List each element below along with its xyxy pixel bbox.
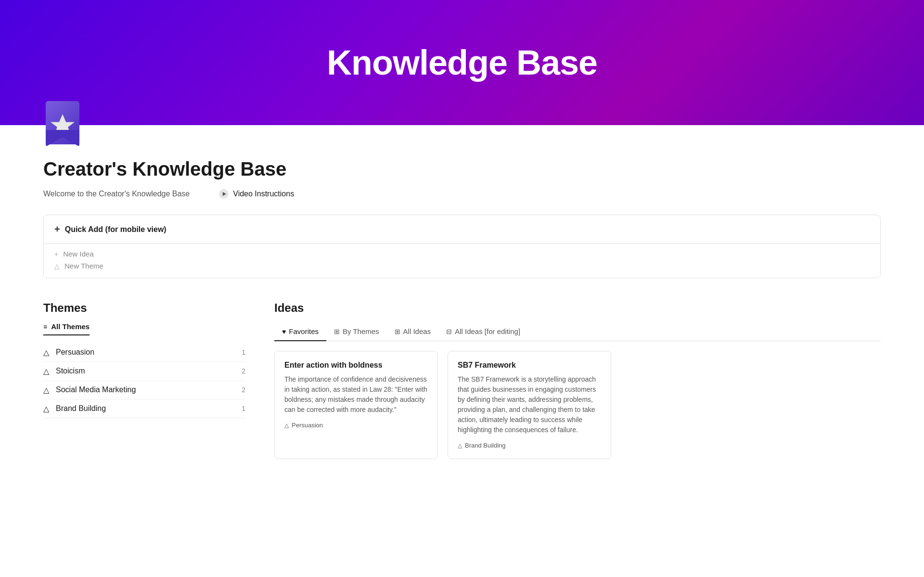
theme-item-brand-building[interactable]: △ Brand Building 1 bbox=[43, 399, 245, 418]
quick-add-header[interactable]: + Quick Add (for mobile view) bbox=[44, 215, 880, 244]
idea-card-tag-1: △ Brand Building bbox=[458, 442, 601, 449]
tab-favorites[interactable]: ♥ Favorites bbox=[274, 322, 326, 341]
page-content: Creator's Knowledge Base Welcome to the … bbox=[0, 158, 924, 459]
tag-triangle-icon: △ bbox=[284, 422, 289, 429]
themes-section-title: Themes bbox=[43, 301, 245, 315]
theme-count: 2 bbox=[242, 386, 245, 394]
theme-item-social-media[interactable]: △ Social Media Marketing 2 bbox=[43, 381, 245, 399]
heart-icon: ♥ bbox=[282, 328, 286, 335]
idea-card-tag-0: △ Persuasion bbox=[284, 422, 428, 429]
theme-triangle-icon: △ bbox=[43, 367, 51, 375]
ideas-section-title: Ideas bbox=[274, 301, 881, 315]
video-link-label: Video Instructions bbox=[233, 190, 294, 198]
bookmark-icon-container bbox=[43, 101, 924, 149]
theme-count: 2 bbox=[242, 367, 245, 375]
idea-card-tag-label-1: Brand Building bbox=[465, 442, 506, 449]
idea-card-title-0: Enter action with boldness bbox=[284, 361, 428, 370]
ideas-tabs: ♥ Favorites ⊞ By Themes ⊞ All Ideas ⊟ Al… bbox=[274, 322, 881, 341]
page-title: Creator's Knowledge Base bbox=[43, 158, 881, 180]
idea-card-tag-label-0: Persuasion bbox=[292, 422, 323, 429]
new-theme-icon: △ bbox=[54, 262, 60, 270]
theme-name: Social Media Marketing bbox=[56, 385, 136, 394]
idea-card-0[interactable]: Enter action with boldness The importanc… bbox=[274, 351, 438, 459]
theme-triangle-icon: △ bbox=[43, 405, 51, 412]
bookmark-icon bbox=[43, 101, 82, 147]
theme-count: 1 bbox=[242, 405, 245, 412]
quick-add-label: Quick Add (for mobile view) bbox=[65, 225, 167, 234]
tab-all-ideas-editing[interactable]: ⊟ All Ideas [for editing] bbox=[438, 322, 528, 341]
theme-name: Stoicism bbox=[56, 367, 85, 375]
new-theme-item[interactable]: △ New Theme bbox=[54, 262, 870, 270]
new-idea-icon: + bbox=[54, 250, 58, 258]
theme-name: Persuasion bbox=[56, 348, 94, 357]
theme-count: 1 bbox=[242, 348, 245, 356]
play-icon bbox=[218, 189, 229, 199]
new-theme-label: New Theme bbox=[64, 262, 103, 270]
theme-list: △ Persuasion 1 △ Stoicism 2 △ Social Med bbox=[43, 343, 245, 418]
tag-triangle-icon-1: △ bbox=[458, 442, 462, 449]
new-idea-label: New Idea bbox=[63, 250, 93, 258]
quick-add-items: + New Idea △ New Theme bbox=[44, 244, 880, 278]
subtitle-text: Welcome to the Creator's Knowledge Base bbox=[43, 190, 190, 198]
ideas-section: Ideas ♥ Favorites ⊞ By Themes ⊞ All Idea… bbox=[274, 301, 881, 459]
table-icon: ⊟ bbox=[446, 328, 452, 335]
tab-by-themes[interactable]: ⊞ By Themes bbox=[326, 322, 387, 341]
ideas-cards: Enter action with boldness The importanc… bbox=[274, 351, 881, 459]
new-idea-item[interactable]: + New Idea bbox=[54, 250, 870, 258]
theme-triangle-icon: △ bbox=[43, 348, 51, 356]
quick-add-box: + Quick Add (for mobile view) + New Idea… bbox=[43, 215, 881, 278]
theme-item-persuasion[interactable]: △ Persuasion 1 bbox=[43, 343, 245, 362]
themes-section: Themes ≡ All Themes △ Persuasion 1 △ Sto… bbox=[43, 301, 245, 418]
tab-all-ideas-label: All Ideas bbox=[403, 327, 431, 335]
subtitle-row: Welcome to the Creator's Knowledge Base … bbox=[43, 189, 881, 199]
quick-add-plus-icon: + bbox=[54, 224, 60, 235]
tab-favorites-label: Favorites bbox=[289, 327, 319, 335]
theme-name: Brand Building bbox=[56, 404, 106, 413]
bottom-sections: Themes ≡ All Themes △ Persuasion 1 △ Sto… bbox=[43, 301, 881, 459]
video-instructions-link[interactable]: Video Instructions bbox=[218, 189, 294, 199]
grid-icon-2: ⊞ bbox=[395, 328, 400, 335]
header-title: Knowledge Base bbox=[327, 43, 597, 82]
tab-all-ideas-editing-label: All Ideas [for editing] bbox=[455, 327, 520, 335]
idea-card-desc-1: The SB7 Framework is a storytelling appr… bbox=[458, 374, 601, 435]
theme-triangle-icon: △ bbox=[43, 386, 51, 394]
all-themes-tab[interactable]: ≡ All Themes bbox=[43, 322, 90, 335]
idea-card-title-1: SB7 Framework bbox=[458, 361, 601, 370]
grid-icon: ⊞ bbox=[334, 328, 340, 335]
list-icon: ≡ bbox=[43, 323, 47, 331]
idea-card-desc-0: The importance of confidence and decisiv… bbox=[284, 374, 428, 415]
tab-by-themes-label: By Themes bbox=[343, 327, 379, 335]
theme-item-stoicism[interactable]: △ Stoicism 2 bbox=[43, 362, 245, 381]
idea-card-1[interactable]: SB7 Framework The SB7 Framework is a sto… bbox=[448, 351, 611, 459]
tab-all-ideas[interactable]: ⊞ All Ideas bbox=[387, 322, 439, 341]
all-themes-label: All Themes bbox=[51, 322, 90, 331]
